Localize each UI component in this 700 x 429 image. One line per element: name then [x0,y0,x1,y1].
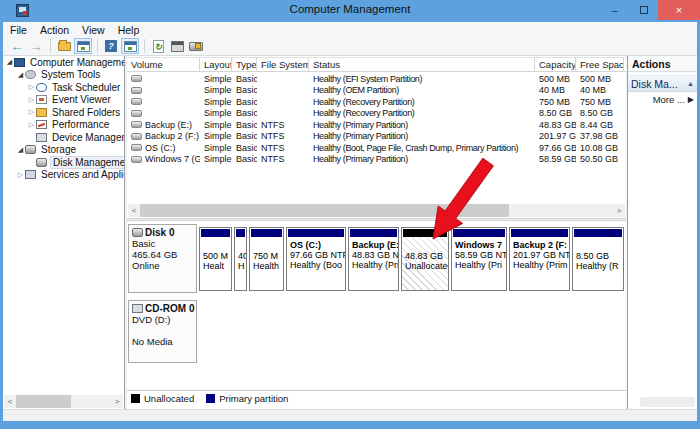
cell-status: Healthy (Boot, Page File, Crash Dump, Pr… [309,143,535,153]
cell-volume [127,110,200,117]
column-header-volume[interactable]: Volume [127,58,200,71]
partition-backup-2-f[interactable]: Backup 2 (F:201.97 GB NTIHealthy (Prim [509,227,570,291]
tree-item-services-and-applicatio[interactable]: ▷Services and Applicatio [3,169,124,182]
console-window-icon[interactable] [74,38,92,54]
legend-label: Primary partition [219,393,288,404]
cdrom-drive-letter: DVD (D:) [132,314,196,325]
toolbar-separator [97,39,98,53]
toolbar-separator [144,39,145,53]
cell-type: Basic [232,108,257,118]
tree-item-label: Storage [39,144,78,155]
partition-8.50-gb[interactable]: 8.50 GBHealthy (R [572,227,624,291]
clock-icon [36,83,47,92]
minimize-button[interactable]: – [600,0,629,20]
partition-backup-e[interactable]: Backup (E:48.83 GB NTHealthy (Pri [348,227,399,291]
menu-help[interactable]: Help [118,24,140,36]
submenu-arrow-icon: ▶ [688,95,694,104]
tree-item-computer-management-l[interactable]: ◢Computer Management (L [3,56,124,69]
scroll-thumb[interactable] [140,204,509,217]
tree-item-task-scheduler[interactable]: ▷Task Scheduler [3,81,124,94]
expand-icon[interactable]: ▷ [27,121,36,129]
expand-icon[interactable]: ▷ [16,171,25,179]
tree-item-storage[interactable]: ◢Storage [3,144,124,157]
column-header-status[interactable]: Status [309,58,535,71]
tree-item-shared-folders[interactable]: ▷Shared Folders [3,106,124,119]
maximize-button[interactable] [629,0,658,20]
back-icon[interactable]: ← [8,38,26,54]
menu-action[interactable]: Action [40,24,69,36]
expand-icon[interactable]: ▷ [27,83,36,91]
actions-scrollbar[interactable] [640,397,695,407]
expand-icon[interactable]: ▷ [27,96,36,104]
partition-color-strip [574,229,622,237]
collapse-icon[interactable]: ◢ [5,58,14,66]
tree-item-disk-management[interactable]: Disk Management [3,156,124,169]
menu-view[interactable]: View [82,24,105,36]
column-header-free-space[interactable]: Free Space [576,58,624,71]
menu-file[interactable]: File [10,24,27,36]
partition-40[interactable]: 40H [234,227,247,291]
tree-horizontal-scrollbar[interactable]: < > [4,395,123,408]
partition-windows-7[interactable]: Windows 758.59 GB NTHealthy (Pri [451,227,507,291]
refresh-icon[interactable] [149,38,167,54]
expand-icon[interactable]: ▷ [27,108,36,116]
column-header-file-system[interactable]: File System [257,58,309,71]
tree-item-event-viewer[interactable]: ▷Event Viewer [3,94,124,107]
collapse-icon[interactable]: ◢ [16,71,25,79]
column-header-type[interactable]: Type [232,58,257,71]
cell-type: Basic [232,97,257,107]
cell-fs: NTFS [257,120,309,130]
volume-row[interactable]: SimpleBasicHealthy (Recovery Partition)8… [127,108,626,120]
cell-layout: Simple [200,154,232,164]
app-frame: FileActionViewHelp ←→? ◢Computer Managem… [3,22,697,421]
column-header-layout[interactable]: Layout [200,58,232,71]
partition-color-strip [453,229,505,237]
actions-header: Actions [628,56,697,72]
cell-free: 8.44 GB [576,120,624,130]
disk-management-pane: VolumeLayoutTypeFile SystemStatusCapacit… [127,56,626,409]
volume-horizontal-scrollbar[interactable]: < > [128,204,625,217]
volume-row[interactable]: SimpleBasicHealthy (Recovery Partition)7… [127,96,626,108]
collapse-icon[interactable]: ▲ [687,80,694,87]
console-window-icon[interactable] [121,38,139,54]
more-actions-item[interactable]: More ... ▶ [628,92,697,107]
cdrom-info-cell[interactable]: CD-ROM 0 DVD (D:) No Media [128,300,197,363]
partition-os-c[interactable]: OS (C:)97.66 GB NTFHealthy (Boo [286,227,346,291]
tree-item-label: Device Manager [50,132,124,143]
close-button[interactable]: × [658,0,700,20]
volume-row[interactable]: Backup (E:)SimpleBasicNTFSHealthy (Prima… [127,119,626,131]
actions-section-disk-management[interactable]: Disk Ma... ▲ [628,75,697,92]
actions-pane: Actions Disk Ma... ▲ More ... ▶ [627,56,697,409]
folder-icon[interactable] [55,38,73,54]
help-icon[interactable]: ? [102,38,120,54]
scroll-left-icon[interactable]: < [4,397,16,406]
disk0-info-cell[interactable]: Disk 0 Basic 465.64 GB Online [128,224,197,293]
volume-row[interactable]: SimpleBasicHealthy (EFI System Partition… [127,73,626,85]
scroll-thumb[interactable] [16,395,71,408]
cell-free: 10.08 GB [576,143,624,153]
column-header-capacity[interactable]: Capacity [535,58,576,71]
partition-color-strip [511,229,568,237]
partition-750-m[interactable]: 750 MHealth [249,227,284,291]
scroll-right-icon[interactable]: > [613,206,625,215]
volume-row[interactable]: Backup 2 (F:)SimpleBasicNTFSHealthy (Pri… [127,131,626,143]
tree-item-system-tools[interactable]: ◢System Tools [3,69,124,82]
tree-item-device-manager[interactable]: Device Manager [3,131,124,144]
cell-status: Healthy (Recovery Partition) [309,97,535,107]
tree-item-performance[interactable]: ▷Performance [3,119,124,132]
scroll-left-icon[interactable]: < [128,206,140,215]
disk-icon[interactable] [187,38,205,54]
partition-unallocated[interactable]: 48.83 GBUnallocated [401,227,449,291]
forward-icon[interactable]: → [27,38,45,54]
partition-color-strip [251,229,282,237]
legend-color-swatch [131,394,140,403]
scroll-right-icon[interactable]: > [111,397,123,406]
partition-500-m[interactable]: 500 MHealt [199,227,232,291]
partition-label: 500 MHealt [200,237,231,290]
volume-row[interactable]: SimpleBasicHealthy (OEM Partition)40 MB4… [127,85,626,97]
collapse-icon[interactable]: ◢ [16,146,25,154]
disk0-size: 465.64 GB [132,249,196,260]
volume-row[interactable]: Windows 7 (G:)SimpleBasicNTFSHealthy (Pr… [127,154,626,166]
properties-icon[interactable] [168,38,186,54]
volume-row[interactable]: OS (C:)SimpleBasicNTFSHealthy (Boot, Pag… [127,142,626,154]
